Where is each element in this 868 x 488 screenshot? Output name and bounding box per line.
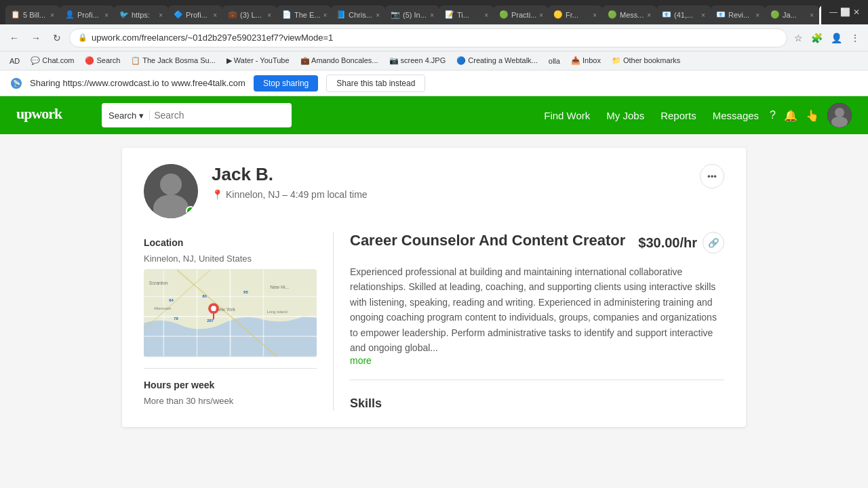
tab-close[interactable]: × bbox=[755, 12, 760, 19]
job-title-row: Career Counselor And Content Creator $30… bbox=[350, 232, 724, 253]
bookmark-amando[interactable]: 💼 Amando Boncales... bbox=[296, 55, 382, 66]
tab-fr[interactable]: 🟡 Fr... × bbox=[548, 5, 602, 24]
tab-ja[interactable]: 🟢 Ja... × bbox=[765, 5, 819, 24]
cursor-icon: 👆 bbox=[806, 109, 819, 122]
share-link-button[interactable]: 🔗 bbox=[703, 232, 724, 253]
svg-text:Scranton: Scranton bbox=[149, 281, 168, 285]
tab-close[interactable]: × bbox=[267, 12, 271, 19]
tab-label: Practi... bbox=[511, 11, 536, 19]
svg-text:80: 80 bbox=[202, 294, 207, 298]
tab-close[interactable]: × bbox=[213, 12, 217, 19]
main-content: Jack B. 📍 Kinnelon, NJ – 4:49 pm local t… bbox=[0, 134, 868, 487]
bookmark-inbox[interactable]: 📥 Inbox bbox=[567, 55, 605, 66]
profile-icon[interactable]: 👤 bbox=[828, 30, 845, 46]
tab-favicon: 💼 bbox=[228, 10, 237, 20]
tab-thee[interactable]: 📄 The E... × bbox=[277, 5, 331, 24]
tab-insta[interactable]: 📷 (5) In... × bbox=[385, 5, 439, 24]
profile-avatar bbox=[144, 164, 198, 218]
help-icon[interactable]: ? bbox=[770, 109, 776, 121]
forward-button[interactable]: → bbox=[27, 30, 45, 46]
nav-messages[interactable]: Messages bbox=[713, 110, 759, 121]
tab-close[interactable]: × bbox=[701, 12, 705, 19]
notifications-icon[interactable]: 🔔 bbox=[784, 109, 797, 122]
hours-section-value: More than 30 hrs/week bbox=[144, 396, 317, 406]
tab-upwork-active[interactable]: 🟢 Upwo... × bbox=[819, 5, 821, 24]
profile-main: Career Counselor And Content Creator $30… bbox=[334, 232, 724, 411]
search-dropdown-label: Search bbox=[108, 110, 136, 121]
tab-label: https: bbox=[132, 11, 150, 19]
tab-favicon: 📧 bbox=[662, 10, 671, 20]
minimize-icon[interactable]: — bbox=[829, 7, 837, 17]
job-title: Career Counselor And Content Creator bbox=[350, 232, 625, 249]
extensions-icon[interactable]: 🧩 bbox=[808, 30, 825, 46]
search-dropdown[interactable]: Search ▾ bbox=[108, 110, 150, 121]
tab-facebook[interactable]: 📘 Chris... × bbox=[331, 5, 385, 24]
share-tab-button[interactable]: Share this tab instead bbox=[326, 75, 425, 92]
job-description: Experienced professional at building and… bbox=[350, 264, 724, 355]
lock-icon: 🔒 bbox=[78, 33, 87, 42]
tab-profi2[interactable]: 🔷 Profi... × bbox=[168, 5, 222, 24]
bookmark-chat[interactable]: 💬 Chat.com bbox=[26, 55, 78, 66]
more-options-button[interactable]: ••• bbox=[700, 164, 724, 188]
tab-profi1[interactable]: 👤 Profi... × bbox=[60, 5, 114, 24]
bookmark-water[interactable]: ▶ Water - YouTube bbox=[222, 55, 294, 66]
bookmark-webtalk[interactable]: 🔵 Creating a Webtalk... bbox=[452, 55, 542, 66]
close-icon[interactable]: ✕ bbox=[853, 7, 860, 17]
address-bar[interactable]: 🔒 upwork.com/freelancers/~01d2b297e59023… bbox=[69, 28, 787, 47]
tab-label: (3) L... bbox=[240, 11, 262, 19]
sharing-text: Sharing https://www.crowdcast.io to www.… bbox=[30, 78, 245, 88]
tab-close[interactable]: × bbox=[376, 12, 380, 19]
tab-close[interactable]: × bbox=[484, 12, 488, 19]
location-pin-icon: 📍 bbox=[212, 189, 223, 200]
tab-label: Mess... bbox=[620, 11, 644, 19]
tab-gmail[interactable]: 📧 (41,... × bbox=[656, 5, 711, 24]
profile-name: Jack B. bbox=[212, 164, 368, 185]
bookmark-screen4[interactable]: 📷 screen 4.JPG bbox=[385, 55, 450, 66]
bookmark-other[interactable]: 📁 Other bookmarks bbox=[608, 55, 684, 66]
tab-crowdcast[interactable]: 🟢 Practi... × bbox=[494, 5, 548, 24]
profile-info: Jack B. 📍 Kinnelon, NJ – 4:49 pm local t… bbox=[212, 164, 368, 200]
bookmark-olla[interactable]: olla bbox=[545, 56, 564, 66]
tab-label: Ja... bbox=[783, 11, 797, 19]
reload-button[interactable]: ↻ bbox=[49, 30, 65, 46]
bookmark-jackbosma[interactable]: 📋 The Jack Bosma Su... bbox=[127, 55, 219, 66]
tab-close[interactable]: × bbox=[430, 12, 434, 19]
nav-reports[interactable]: Reports bbox=[660, 110, 696, 121]
tabs-container: 📋 5 Bill... × 👤 Profi... × 🐦 https: × 🔷 … bbox=[5, 0, 821, 24]
tab-5bill[interactable]: 📋 5 Bill... × bbox=[5, 5, 60, 24]
tab-linkedin[interactable]: 💼 (3) L... × bbox=[222, 5, 277, 24]
tab-label: Profi... bbox=[186, 11, 208, 19]
tab-close[interactable]: × bbox=[810, 12, 814, 19]
link-icon: 🔗 bbox=[708, 238, 719, 248]
stop-sharing-button[interactable]: Stop sharing bbox=[254, 75, 318, 92]
nav-my-jobs[interactable]: My Jobs bbox=[606, 110, 644, 121]
tab-mess[interactable]: 🟢 Mess... × bbox=[602, 5, 656, 24]
bookmark-search[interactable]: 🔴 Search bbox=[81, 55, 124, 66]
tab-favicon: 👤 bbox=[65, 10, 75, 20]
menu-icon[interactable]: ⋮ bbox=[848, 30, 863, 46]
tab-close[interactable]: × bbox=[593, 12, 597, 19]
nav-find-work[interactable]: Find Work bbox=[544, 110, 590, 121]
avatar[interactable] bbox=[827, 103, 852, 127]
tab-close[interactable]: × bbox=[50, 12, 54, 19]
tab-close[interactable]: × bbox=[539, 12, 543, 19]
tab-ti[interactable]: 📝 Ti... × bbox=[439, 5, 494, 24]
tab-revi[interactable]: 📧 Revi... × bbox=[711, 5, 765, 24]
tab-twitter[interactable]: 🐦 https: × bbox=[114, 5, 168, 24]
bookmark-icon[interactable]: ☆ bbox=[791, 30, 806, 46]
bookmark-ad[interactable]: AD bbox=[5, 56, 24, 66]
svg-point-28 bbox=[211, 306, 216, 311]
tab-label: Revi... bbox=[728, 11, 749, 19]
tab-favicon: 🐦 bbox=[119, 10, 129, 20]
back-button[interactable]: ← bbox=[5, 30, 23, 46]
tab-close[interactable]: × bbox=[647, 12, 651, 19]
nav-links: Find Work My Jobs Reports Messages bbox=[544, 110, 759, 121]
sharing-banner: 📡 Sharing https://www.crowdcast.io to ww… bbox=[0, 70, 868, 96]
tab-close[interactable]: × bbox=[159, 12, 163, 19]
maximize-icon[interactable]: ⬜ bbox=[840, 7, 850, 17]
tab-favicon: 🔷 bbox=[174, 10, 183, 20]
tab-close[interactable]: × bbox=[323, 12, 328, 19]
tab-close[interactable]: × bbox=[104, 12, 108, 19]
search-input[interactable] bbox=[154, 110, 285, 121]
more-link[interactable]: more bbox=[350, 355, 372, 366]
